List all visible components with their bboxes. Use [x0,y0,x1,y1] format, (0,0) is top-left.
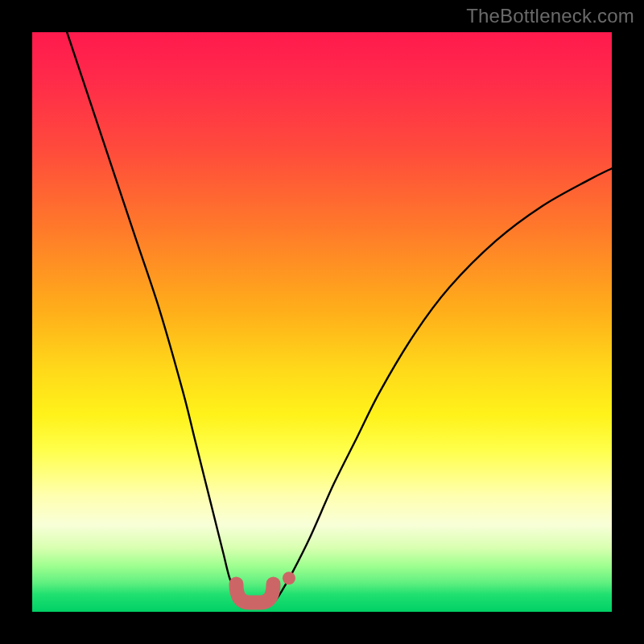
plot-area [32,32,612,612]
curve-svg [32,32,612,612]
extra-marker-dot [283,572,295,584]
bottleneck-curve [67,32,612,606]
watermark-text: TheBottleneck.com [466,5,634,27]
chart-frame: TheBottleneck.com [0,0,644,644]
trough-marker [236,584,273,602]
